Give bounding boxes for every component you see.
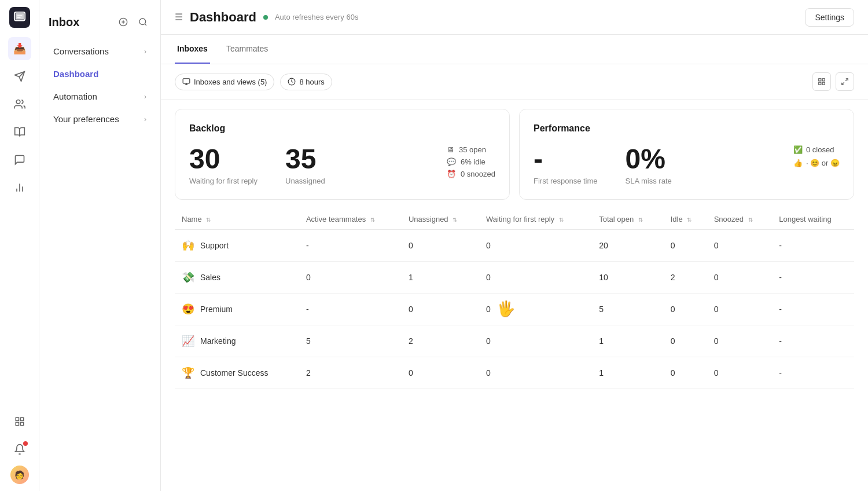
sidebar-item-automation[interactable]: Automation ›	[44, 86, 156, 107]
col-waiting-first-reply[interactable]: Waiting for first reply ⇅	[479, 209, 592, 230]
sidebar-item-conversations[interactable]: Conversations ›	[44, 41, 156, 62]
col-total-open[interactable]: Total open ⇅	[592, 209, 663, 230]
cell-total-open: 20	[592, 230, 663, 262]
sort-icon-name: ⇅	[206, 217, 211, 223]
inbox-name-text: Customer Success	[200, 368, 268, 378]
table-row[interactable]: 💸 Sales 0 1 0 10 2 0 -	[175, 262, 854, 294]
table-row[interactable]: 📈 Marketing 5 2 0 1 0 0 -	[175, 325, 854, 357]
col-unassigned[interactable]: Unassigned ⇅	[402, 209, 479, 230]
cell-unassigned: 1	[402, 262, 479, 294]
col-active-teammates[interactable]: Active teammates ⇅	[299, 209, 402, 230]
monitor-icon	[182, 78, 190, 86]
hours-filter-btn[interactable]: 8 hours	[280, 74, 332, 90]
icon-bar: 📥 🧑	[0, 0, 39, 491]
sort-icon-idle: ⇅	[687, 217, 692, 223]
svg-rect-6	[20, 417, 23, 420]
cell-longest-waiting: -	[772, 357, 854, 389]
sidebar-header-icons	[115, 14, 151, 30]
app-logo[interactable]	[9, 7, 30, 28]
open-stat: 🖥 35 open	[447, 145, 495, 154]
book-icon-btn[interactable]	[8, 120, 31, 144]
settings-button[interactable]: Settings	[805, 8, 854, 27]
table-container: Name ⇅ Active teammates ⇅ Unassigned ⇅ W…	[161, 209, 868, 403]
send-icon-btn[interactable]	[8, 65, 31, 88]
sidebar-item-preferences[interactable]: Your preferences ›	[44, 108, 156, 130]
sidebar-item-dashboard[interactable]: Dashboard	[44, 63, 156, 85]
check-icon: ✅	[793, 145, 803, 154]
cell-unassigned: 0	[402, 294, 479, 325]
unassigned-label: Unassigned	[285, 177, 325, 185]
unassigned-stat: 35 Unassigned	[285, 145, 325, 185]
top-header: ☰ Dashboard Auto refreshes every 60s Set…	[161, 0, 868, 35]
cell-longest-waiting: -	[772, 294, 854, 325]
closed-stat: ✅ 0 closed	[793, 145, 840, 154]
waiting-label: Waiting for first reply	[189, 177, 258, 185]
cell-snoozed: 0	[707, 230, 773, 262]
table-row[interactable]: 😍 Premium - 0 0 🖐 5 0 0 -	[175, 294, 854, 325]
people-icon-btn[interactable]	[8, 93, 31, 116]
cell-longest-waiting: -	[772, 325, 854, 357]
chat-icon-btn[interactable]	[8, 148, 31, 171]
backlog-title: Backlog	[189, 123, 495, 134]
notification-badge	[23, 441, 28, 446]
cell-unassigned: 0	[402, 357, 479, 389]
svg-line-23	[842, 82, 844, 85]
cell-total-open: 1	[592, 325, 663, 357]
status-indicator	[263, 15, 268, 20]
inboxes-table: Name ⇅ Active teammates ⇅ Unassigned ⇅ W…	[175, 209, 854, 389]
col-idle[interactable]: Idle ⇅	[664, 209, 707, 230]
performance-title: Performance	[534, 123, 840, 134]
table-row[interactable]: 🙌 Support - 0 0 20 0 0 -	[175, 230, 854, 262]
cell-waiting: 0 🖐	[479, 294, 592, 325]
cell-snoozed: 0	[707, 294, 773, 325]
table-header: Name ⇅ Active teammates ⇅ Unassigned ⇅ W…	[175, 209, 854, 230]
inboxes-filter-btn[interactable]: Inboxes and views (5)	[175, 74, 274, 90]
thumbsup-icon: 👍	[793, 159, 803, 167]
automation-label: Automation	[53, 91, 97, 101]
backlog-card: Backlog 30 Waiting for first reply 35 Un…	[175, 109, 510, 200]
sort-icon-to: ⇅	[638, 217, 643, 223]
cell-waiting: 0	[479, 325, 592, 357]
user-avatar[interactable]: 🧑	[10, 466, 29, 484]
perf-right-stats: ✅ 0 closed 👍 · 😊 or 😠	[793, 145, 840, 167]
sort-icon-at: ⇅	[370, 217, 375, 223]
grid-view-btn[interactable]	[812, 72, 831, 91]
col-name[interactable]: Name ⇅	[175, 209, 299, 230]
search-icon-btn[interactable]	[135, 14, 151, 30]
tab-inboxes[interactable]: Inboxes	[175, 35, 210, 64]
cell-snoozed: 0	[707, 357, 773, 389]
inbox-emoji: 🏆	[182, 367, 194, 379]
cell-active-teammates: 2	[299, 357, 402, 389]
inbox-emoji: 💸	[182, 271, 194, 284]
hamburger-icon[interactable]: ☰	[175, 12, 183, 23]
chevron-right-icon-prefs: ›	[144, 115, 146, 123]
bell-icon-btn[interactable]	[8, 438, 31, 461]
cell-unassigned: 0	[402, 230, 479, 262]
rating-value: · 😊 or 😠	[806, 159, 840, 167]
main-content: ☰ Dashboard Auto refreshes every 60s Set…	[161, 0, 868, 491]
clock-icon	[288, 78, 296, 86]
table-body: 🙌 Support - 0 0 20 0 0 - 💸 Sales 0 1 0 1…	[175, 230, 854, 389]
chart-icon-btn[interactable]	[8, 176, 31, 199]
svg-point-12	[139, 19, 146, 25]
expand-btn[interactable]	[836, 72, 854, 91]
cell-idle: 0	[664, 294, 707, 325]
tab-teammates[interactable]: Teammates	[224, 35, 270, 64]
performance-stats: - First response time 0% SLA miss rate ✅…	[534, 145, 840, 185]
chevron-right-icon: ›	[144, 47, 146, 56]
cell-idle: 0	[664, 230, 707, 262]
inbox-icon-btn[interactable]: 📥	[8, 37, 31, 60]
cell-name: 💸 Sales	[175, 262, 299, 294]
table-row[interactable]: 🏆 Customer Success 2 0 0 1 0 0 -	[175, 357, 854, 389]
filter-bar-right	[812, 72, 854, 91]
sla-miss-label: SLA miss rate	[626, 177, 672, 185]
svg-rect-19	[822, 79, 825, 81]
sort-icon-wfr: ⇅	[559, 217, 564, 223]
grid-icon-btn[interactable]	[8, 410, 31, 433]
snoozed-value: 0 snoozed	[461, 170, 495, 178]
content-area: Inboxes Teammates Inboxes and views (5) …	[161, 35, 868, 491]
hours-filter-label: 8 hours	[299, 78, 324, 86]
cell-idle: 2	[664, 262, 707, 294]
col-snoozed[interactable]: Snoozed ⇅	[707, 209, 773, 230]
compose-button[interactable]	[115, 14, 131, 30]
